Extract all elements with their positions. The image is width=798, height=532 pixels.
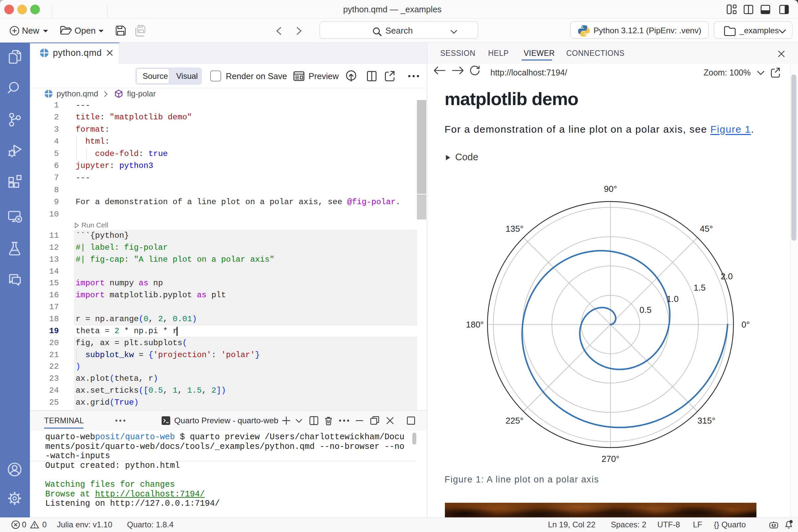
svg-text:1.5: 1.5 [694, 283, 706, 292]
svg-text:225°: 225° [506, 416, 524, 425]
svg-text:0.5: 0.5 [640, 305, 651, 315]
svg-text:315°: 315° [698, 416, 716, 425]
svg-text:0°: 0° [741, 320, 750, 329]
svg-text:2.0: 2.0 [721, 271, 733, 281]
svg-text:270°: 270° [602, 454, 620, 464]
svg-text:90°: 90° [604, 184, 617, 194]
svg-text:45°: 45° [700, 224, 713, 234]
svg-text:1.0: 1.0 [667, 294, 679, 304]
svg-text:180°: 180° [466, 320, 484, 329]
svg-text:135°: 135° [506, 224, 524, 234]
